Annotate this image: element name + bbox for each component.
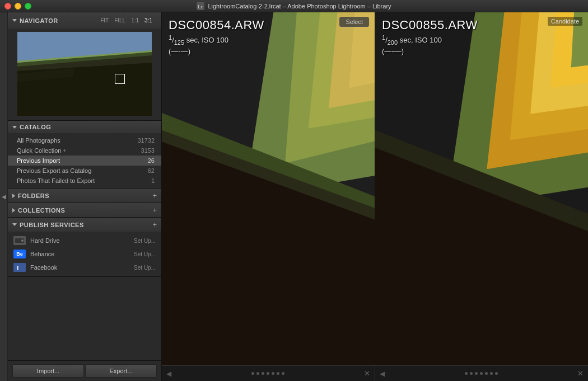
catalog-collapse-icon [12,126,17,129]
nav-photo-svg [17,32,152,116]
navigator-section: Navigator FIT FILL 1:1 3:1 [8,12,161,121]
folders-section: Folders + [8,189,161,203]
filmstrip-right-close-icon[interactable]: ✕ [577,369,584,378]
candidate-photo [375,12,588,365]
filmstrip-left: ◀ ✕ [162,366,375,381]
select-rating: (—-—) [169,47,264,55]
select-shutter: 1/125 sec, ISO 100 [169,34,264,46]
filmstrip-dot [277,372,279,375]
candidate-photo-info: DSC00855.ARW 1/200 sec, ISO 100 (—-—) [382,18,478,55]
nav-fit[interactable]: FIT [100,17,109,23]
lightroom-icon: Lr [197,2,204,10]
folders-collapse-icon [12,194,15,198]
candidate-photo-svg [375,12,588,365]
filmstrip-dot [465,372,468,375]
select-photo-info: DSC00854.ARW 1/125 sec, ISO 100 (—-—) [169,18,264,55]
filmstrip: ◀ ✕ ◀ [162,365,588,381]
content-area: DSC00854.ARW 1/125 sec, ISO 100 (—-—) Se… [162,12,588,381]
facebook-setup-link[interactable]: Set Up... [134,265,156,271]
collections-header[interactable]: Collections + [8,203,161,217]
svg-text:Lr: Lr [198,4,203,10]
publish-item-hard-drive[interactable]: Hard Drive Set Up... [8,234,161,247]
svg-text:f: f [17,264,19,271]
navigator-thumbnail-container [8,29,161,120]
navigator-view-options: FIT FILL 1:1 3:1 [96,15,157,26]
publish-item-facebook[interactable]: f Facebook Set Up... [8,261,161,274]
publish-items-list: Hard Drive Set Up... Be Behance Set Up..… [8,232,161,276]
maximize-button[interactable] [25,3,31,10]
nav-fill[interactable]: FILL [114,17,125,23]
catalog-item-all-photographs[interactable]: All Photographs 31732 [8,135,161,145]
behance-setup-link[interactable]: Set Up... [134,251,156,257]
select-filename: DSC00854.ARW [169,18,264,32]
publish-item-behance[interactable]: Be Behance Set Up... [8,247,161,261]
collections-add-icon[interactable]: + [152,206,157,214]
navigator-thumbnail[interactable] [17,32,152,116]
panel-collapse-tab[interactable]: ◀ [0,12,8,381]
compare-pane-select: DSC00854.ARW 1/125 sec, ISO 100 (—-—) Se… [162,12,375,365]
close-button[interactable] [4,3,11,10]
panel-footer: Import... Export... [8,360,161,381]
navigator-photo [17,32,152,116]
collapse-arrow-icon: ◀ [2,194,6,200]
select-button[interactable]: Select [339,17,369,27]
filmstrip-dot [251,372,254,375]
catalog-item-previous-import[interactable]: Previous Import 26 [8,156,161,166]
publish-services-title: Publish Services [20,222,84,228]
navigator-collapse-icon [12,19,17,22]
select-photo-svg [162,12,375,365]
navigator-selection-box [115,74,125,84]
candidate-rating: (—-—) [382,47,478,55]
collections-collapse-icon [12,208,15,213]
navigator-header[interactable]: Navigator FIT FILL 1:1 3:1 [8,12,161,29]
catalog-item-quick-collection[interactable]: Quick Collection + 3153 [8,145,161,156]
compare-view: DSC00854.ARW 1/125 sec, ISO 100 (—-—) Se… [162,12,588,365]
traffic-lights [4,3,31,10]
filmstrip-dot [272,372,274,375]
minimize-button[interactable] [15,3,21,10]
quick-collection-plus-icon[interactable]: + [63,148,66,154]
publish-services-header[interactable]: Publish Services + [8,218,161,232]
folders-title: Folders [18,192,49,199]
nav-3to1[interactable]: 3:1 [144,17,152,23]
candidate-shutter: 1/200 sec, ISO 100 [382,34,478,46]
candidate-filename: DSC00855.ARW [382,18,478,32]
publish-collapse-icon [12,223,17,226]
folders-add-icon[interactable]: + [152,191,157,200]
catalog-header[interactable]: Catalog [8,121,161,133]
svg-point-10 [21,239,24,242]
catalog-item-previous-export[interactable]: Previous Export as Catalog 62 [8,166,161,176]
nav-1to1[interactable]: 1:1 [131,17,139,23]
export-button[interactable]: Export... [85,364,157,378]
import-button[interactable]: Import... [12,364,84,378]
filmstrip-dot [495,372,498,375]
candidate-label: Candidate [548,17,582,26]
svg-rect-11 [13,263,26,272]
publish-add-icon[interactable]: + [152,220,157,229]
filmstrip-dot [262,372,264,375]
window-title: Lr LightroomCatalog-2-2.lrcat – Adobe Ph… [197,2,391,10]
filmstrip-dot [256,372,259,375]
folders-header[interactable]: Folders + [8,189,161,203]
facebook-icon: f [13,263,26,272]
filmstrip-dot [490,372,493,375]
filmstrip-dot [480,372,483,375]
main-layout: ◀ Navigator FIT FILL 1:1 3:1 [0,12,588,381]
catalog-items: All Photographs 31732 Quick Collection +… [8,133,161,188]
hard-drive-setup-link[interactable]: Set Up... [134,238,156,244]
svg-marker-6 [17,63,152,116]
behance-icon: Be [13,250,26,258]
collections-section: Collections + [8,203,161,218]
catalog-title: Catalog [20,124,51,130]
filmstrip-right: ◀ ✕ [375,366,588,381]
hard-drive-icon [13,236,26,245]
compare-pane-candidate: DSC00855.ARW 1/200 sec, ISO 100 (—-—) Ca… [375,12,588,365]
filmstrip-right-dots [465,372,498,375]
filmstrip-left-prev-icon[interactable]: ◀ [166,370,171,378]
collections-title: Collections [18,207,65,214]
filmstrip-left-close-icon[interactable]: ✕ [364,369,370,378]
catalog-item-failed-export[interactable]: Photos That Failed to Export 1 [8,176,161,186]
filmstrip-right-prev-icon[interactable]: ◀ [380,370,385,378]
filmstrip-dot [282,372,284,375]
catalog-section: Catalog All Photographs 31732 Quick Coll… [8,121,161,189]
